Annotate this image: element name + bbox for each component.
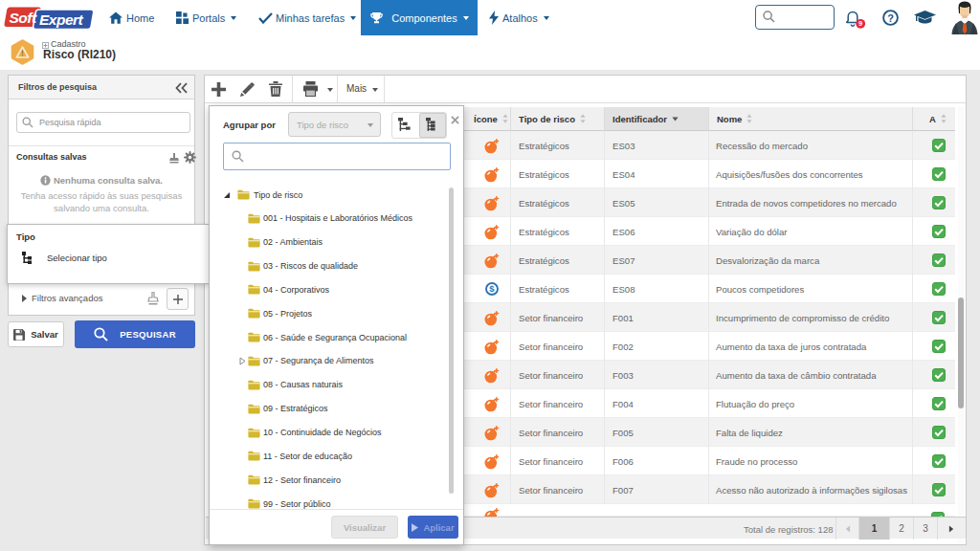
svg-text:9: 9 [858,19,862,28]
svg-text:Expert: Expert [39,11,84,28]
svg-text:Soft: Soft [10,10,37,26]
svg-text:?: ? [887,12,894,24]
svg-text:$: $ [489,283,495,294]
